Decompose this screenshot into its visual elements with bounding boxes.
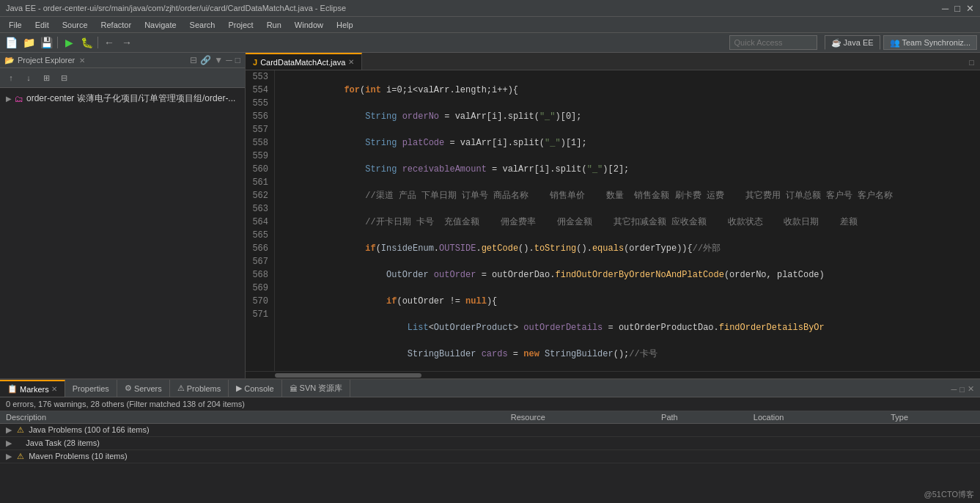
- tab-svn[interactable]: 🏛 SVN 资源库: [282, 380, 351, 397]
- code-561: if(outOrder != null){: [281, 295, 974, 308]
- pe-toolbar-btn-3[interactable]: ⊞: [38, 70, 54, 86]
- project-explorer-header: 📂 Project Explorer ✕ ⊟ 🔗 ▼ ─ □: [0, 53, 245, 68]
- marker-row-java-task[interactable]: ▶ Java Task (28 items): [0, 437, 980, 450]
- marker-row-java-problems[interactable]: ▶ ⚠ Java Problems (100 of 166 items): [0, 424, 980, 437]
- menu-help[interactable]: Help: [331, 19, 359, 31]
- view-menu-icon[interactable]: ▼: [214, 55, 223, 65]
- marker-path-java-problems: [655, 424, 748, 437]
- pe-toolbar-btn-2[interactable]: ↓: [21, 70, 37, 86]
- editors-area: 📂 Project Explorer ✕ ⊟ 🔗 ▼ ─ □ ↑ ↓ ⊞ ⊟: [0, 53, 980, 378]
- editor-maximize-icon[interactable]: □: [963, 55, 980, 70]
- expand-java-problems[interactable]: ▶: [6, 425, 12, 434]
- close-button[interactable]: ✕: [966, 3, 974, 14]
- marker-path-maven-problems: [655, 450, 748, 463]
- menu-project[interactable]: Project: [222, 19, 259, 31]
- markers-summary: 0 errors, 176 warnings, 28 others (Filte…: [0, 397, 980, 411]
- marker-type-java-task: [885, 437, 980, 450]
- pe-toolbar-btn-4[interactable]: ⊟: [56, 70, 72, 86]
- editor-tab-close[interactable]: ✕: [348, 58, 354, 66]
- java-file-icon: J: [253, 58, 257, 67]
- ln-556: 556: [251, 110, 268, 123]
- code-558: //开卡日期 卡号 充值金额 佣金费率 佣金金额 其它扣减金额 应收金额 收款状…: [281, 216, 974, 229]
- bottom-minimize-icon[interactable]: ─: [951, 385, 957, 394]
- collapse-all-icon[interactable]: ⊟: [190, 55, 197, 65]
- minimize-button[interactable]: ─: [942, 3, 948, 14]
- menu-navigate[interactable]: Navigate: [139, 19, 182, 31]
- ln-565: 565: [251, 229, 268, 242]
- ln-564: 564: [251, 216, 268, 229]
- servers-icon: ⚙: [125, 383, 132, 393]
- menu-bar: File Edit Source Refactor Navigate Searc…: [0, 16, 980, 32]
- toolbar-new[interactable]: 📄: [3, 34, 19, 51]
- perspective-java-ee[interactable]: ☕ Java EE: [825, 35, 880, 50]
- perspective-team-sync[interactable]: 👥 Team Synchroniz...: [883, 35, 977, 50]
- maximize-button[interactable]: □: [954, 3, 960, 14]
- toolbar-forward[interactable]: →: [119, 34, 135, 51]
- tab-properties[interactable]: Properties: [65, 380, 117, 397]
- bottom-panel: 📋 Markers ✕ Properties ⚙ Servers ⚠ Probl…: [0, 378, 980, 503]
- tab-markers[interactable]: 📋 Markers ✕: [0, 380, 65, 397]
- code-557: //渠道 产品 下单日期 订单号 商品名称 销售单价 数量 销售金额 刷卡费 运…: [281, 189, 974, 202]
- marker-location-java-task: [748, 437, 885, 450]
- ln-571: 571: [251, 308, 268, 321]
- link-editor-icon[interactable]: 🔗: [200, 55, 211, 65]
- ln-555: 555: [251, 97, 268, 110]
- col-type: Type: [885, 411, 980, 424]
- menu-source[interactable]: Source: [56, 19, 94, 31]
- window-title: Java EE - order-center-ui/src/main/java/…: [6, 4, 346, 12]
- marker-location-maven-problems: [748, 450, 885, 463]
- problems-label: Problems: [187, 384, 221, 393]
- editor-tab-carddata[interactable]: J CardDataMatchAct.java ✕: [246, 53, 362, 70]
- maven-problems-warn-icon: ⚠: [17, 452, 24, 460]
- code-lines[interactable]: for(int i=0;i<valArr.length;i++){ String…: [275, 70, 980, 371]
- code-556: String receivableAmount = valArr[i].spli…: [281, 163, 974, 176]
- toolbar-back[interactable]: ←: [101, 34, 117, 51]
- quick-access-input[interactable]: [729, 35, 817, 50]
- ln-562: 562: [251, 189, 268, 202]
- markers-tab-close[interactable]: ✕: [51, 385, 57, 393]
- line-numbers: 553 554 555 556 557 558 559 560 561 562 …: [246, 70, 275, 371]
- minimize-view-icon[interactable]: ─: [226, 55, 232, 65]
- tab-servers[interactable]: ⚙ Servers: [117, 380, 170, 397]
- ln-567: 567: [251, 255, 268, 268]
- svn-icon: 🏛: [290, 384, 298, 393]
- project-explorer-content[interactable]: ▶ 🗂 order-center 诶薄电子化项目/订单管理项目组/order-.…: [0, 88, 245, 378]
- code-559: if(InsideEnum.OUTSIDE.getCode().toString…: [281, 242, 974, 255]
- expand-maven-problems[interactable]: ▶: [6, 452, 12, 460]
- menu-refactor[interactable]: Refactor: [95, 19, 138, 31]
- ln-568: 568: [251, 268, 268, 282]
- menu-file[interactable]: File: [3, 19, 28, 31]
- col-path: Path: [655, 411, 748, 424]
- marker-desc-java-task: ▶ Java Task (28 items): [0, 437, 505, 450]
- bottom-panel-controls: ─ □ ✕: [946, 381, 980, 397]
- menu-run[interactable]: Run: [261, 19, 287, 31]
- toolbar-save[interactable]: 💾: [38, 34, 54, 51]
- toolbar: 📄 📁 💾 ▶ 🐛 ← → ☕ Java EE 👥 Team Synchroni…: [0, 32, 980, 53]
- tree-item-order-center[interactable]: ▶ 🗂 order-center 诶薄电子化项目/订单管理项目组/order-.…: [0, 91, 245, 106]
- toolbar-open[interactable]: 📁: [21, 34, 37, 51]
- marker-row-maven-problems[interactable]: ▶ ⚠ Maven Problems (10 items): [0, 450, 980, 463]
- marker-resource-java-problems: [505, 424, 655, 437]
- ln-558: 558: [251, 136, 268, 150]
- toolbar-run[interactable]: ▶: [61, 34, 77, 51]
- project-explorer-close[interactable]: ✕: [79, 56, 85, 65]
- menu-window[interactable]: Window: [289, 19, 329, 31]
- expand-java-task[interactable]: ▶: [6, 438, 12, 447]
- toolbar-debug[interactable]: 🐛: [78, 34, 95, 51]
- code-content[interactable]: 553 554 555 556 557 558 559 560 561 562 …: [246, 70, 980, 371]
- menu-search[interactable]: Search: [184, 19, 221, 31]
- ln-569: 569: [251, 282, 268, 295]
- horizontal-scrollbar[interactable]: [246, 371, 980, 378]
- servers-label: Servers: [134, 384, 162, 393]
- bottom-maximize-icon[interactable]: □: [959, 385, 965, 394]
- pe-toolbar-btn-1[interactable]: ↑: [3, 70, 19, 86]
- tab-console[interactable]: ▶ Console: [229, 380, 281, 397]
- maximize-view-icon[interactable]: □: [235, 55, 240, 65]
- menu-edit[interactable]: Edit: [29, 19, 55, 31]
- tree-arrow-order-center: ▶: [6, 95, 12, 103]
- project-explorer: 📂 Project Explorer ✕ ⊟ 🔗 ▼ ─ □ ↑ ↓ ⊞ ⊟: [0, 53, 246, 378]
- tab-problems[interactable]: ⚠ Problems: [170, 380, 229, 397]
- h-scroll-thumb[interactable]: [275, 373, 421, 378]
- bottom-close-icon[interactable]: ✕: [968, 384, 974, 394]
- project-explorer-controls: ⊟ 🔗 ▼ ─ □: [190, 55, 240, 65]
